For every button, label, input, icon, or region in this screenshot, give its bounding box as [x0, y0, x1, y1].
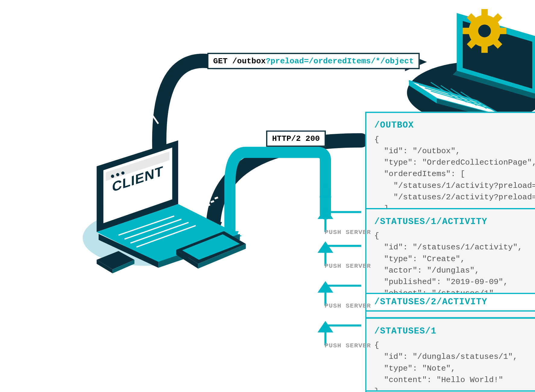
- push-label-2: PUSH SERVER: [324, 263, 371, 270]
- svg-rect-41: [498, 28, 506, 34]
- svg-rect-39: [481, 45, 488, 53]
- svg-marker-8: [319, 323, 331, 331]
- request-query: ?preload=/orderedItems/*/object: [266, 56, 414, 65]
- svg-rect-40: [463, 28, 470, 34]
- response-status2-title: /STATUSES/2: [365, 390, 535, 392]
- svg-marker-7: [319, 283, 331, 292]
- svg-rect-38: [481, 9, 488, 17]
- response-activity2-title: /STATUSES/2/ACTIVITY: [365, 293, 535, 311]
- request-label: GET /outbox?preload=/orderedItems/*/obje…: [207, 53, 420, 69]
- request-method: GET: [213, 56, 228, 65]
- push-label-1: PUSH SERVER: [324, 229, 371, 236]
- response-status-label: HTTP/2 200: [266, 131, 326, 147]
- response-outbox-title: /OUTBOX: [374, 119, 529, 132]
- push-label-3: PUSH SERVER: [324, 302, 371, 310]
- push-label-4: PUSH SERVER: [324, 342, 371, 349]
- response-status1: /STATUSES/1 { "id": "/dunglas/statuses/1…: [365, 318, 535, 392]
- request-path: /outbox: [227, 56, 266, 65]
- response-status1-json: { "id": "/dunglas/statuses/1", "type": "…: [374, 339, 529, 392]
- response-activity1-title: /STATUSES/1/ACTIVITY: [374, 216, 529, 228]
- response-status1-title: /STATUSES/1: [374, 325, 529, 338]
- svg-marker-6: [319, 243, 331, 252]
